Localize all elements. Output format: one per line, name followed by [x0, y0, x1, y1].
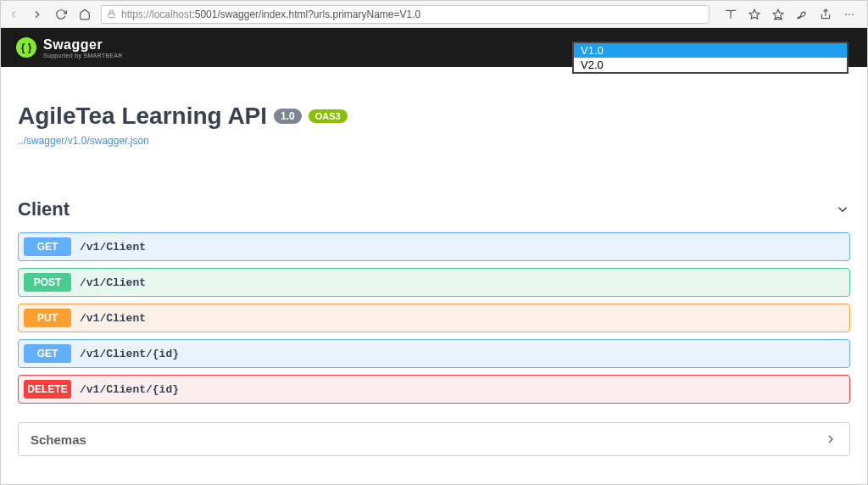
dropdown-option-v2[interactable]: V2.0: [574, 58, 847, 72]
swagger-badge-icon: { }: [16, 37, 36, 58]
lock-icon: [107, 9, 116, 19]
back-icon[interactable]: [8, 8, 19, 20]
endpoint-path: /v1/Client: [80, 241, 146, 254]
definition-dropdown[interactable]: V1.0 V2.0: [572, 42, 849, 74]
brand-name: Swagger: [43, 37, 123, 53]
address-bar[interactable]: https://localhost:5001/swagger/index.htm…: [101, 5, 709, 24]
schemas-row[interactable]: Schemas: [18, 422, 850, 456]
endpoint-path: /v1/Client/{id}: [80, 348, 179, 360]
swagger-header: { } Swagger Supported by SMARTBEAR Selec…: [1, 28, 867, 67]
endpoint-path: /v1/Client: [80, 276, 146, 289]
operation-post-row[interactable]: POST/v1/Client: [18, 268, 850, 297]
oas-pill: OAS3: [309, 109, 348, 123]
svg-point-5: [845, 14, 847, 15]
svg-point-6: [849, 14, 850, 15]
browser-toolbar: https://localhost:5001/swagger/index.htm…: [1, 1, 867, 28]
brand-sub: Supported by SMARTBEAR: [43, 53, 123, 59]
chevron-down-icon: [835, 202, 850, 217]
method-badge: DELETE: [24, 380, 71, 399]
api-title-row: AgileTea Learning API 1.0 OAS3: [18, 103, 850, 130]
operation-get-row[interactable]: GET/v1/Client/{id}: [18, 339, 850, 368]
svg-rect-0: [108, 14, 114, 18]
svg-marker-1: [749, 9, 760, 19]
tag-name: Client: [18, 198, 70, 220]
swagger-json-link[interactable]: ../swagger/v1.0/swagger.json: [18, 135, 149, 147]
notes-icon[interactable]: [796, 8, 808, 20]
swagger-logo: { } Swagger Supported by SMARTBEAR: [16, 37, 123, 59]
svg-marker-2: [773, 9, 783, 19]
favorites-hub-icon[interactable]: [772, 8, 784, 20]
method-badge: GET: [24, 237, 71, 256]
endpoint-path: /v1/Client/{id}: [80, 383, 179, 396]
method-badge: POST: [24, 273, 71, 292]
star-outline-icon[interactable]: [748, 8, 760, 20]
nav-buttons: [8, 8, 91, 20]
tag-client-row[interactable]: Client: [18, 198, 850, 226]
url-text: https://localhost:5001/swagger/index.htm…: [121, 8, 420, 20]
more-icon[interactable]: [843, 8, 855, 20]
browser-right-actions: [720, 8, 860, 20]
operation-get-row[interactable]: GET/v1/Client: [18, 232, 850, 261]
endpoint-path: /v1/Client: [80, 312, 146, 325]
schemas-label: Schemas: [31, 432, 86, 447]
operations-list: GET/v1/ClientPOST/v1/ClientPUT/v1/Client…: [18, 232, 850, 404]
chevron-right-icon: [824, 432, 837, 446]
home-icon[interactable]: [79, 8, 91, 20]
refresh-icon[interactable]: [55, 8, 67, 20]
method-badge: PUT: [24, 309, 71, 327]
page-content: AgileTea Learning API 1.0 OAS3 ../swagge…: [1, 103, 867, 456]
operation-delete-row[interactable]: DELETE/v1/Client/{id}: [18, 375, 850, 404]
share-icon[interactable]: [820, 8, 832, 20]
reading-view-icon[interactable]: [725, 8, 737, 20]
operation-put-row[interactable]: PUT/v1/Client: [18, 304, 850, 332]
version-pill: 1.0: [274, 109, 302, 124]
method-badge: GET: [24, 344, 71, 363]
dropdown-option-v1[interactable]: V1.0: [574, 43, 847, 58]
forward-icon[interactable]: [31, 8, 43, 20]
svg-point-7: [852, 14, 854, 15]
api-title: AgileTea Learning API: [18, 103, 267, 130]
